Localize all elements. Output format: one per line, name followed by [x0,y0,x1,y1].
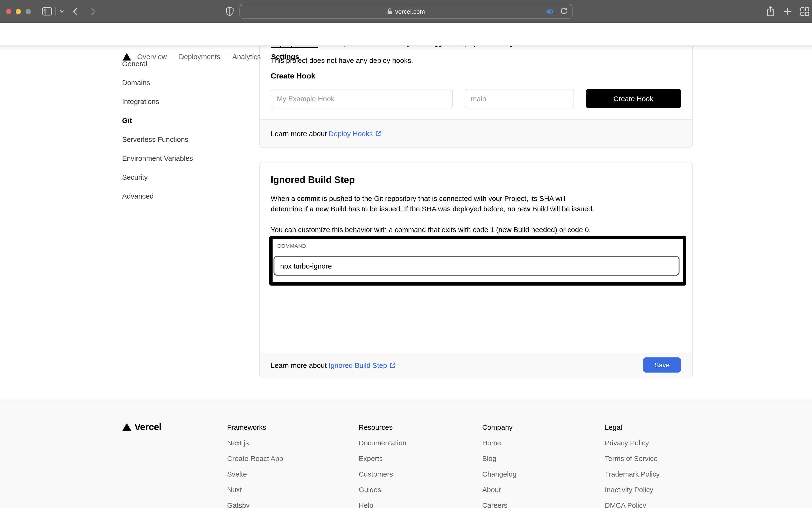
minimize-window-button[interactable] [15,9,21,14]
tab-overview-icon[interactable] [800,0,809,23]
tab-deployments[interactable]: Deployments [179,53,220,60]
external-link-icon [389,362,396,368]
footer-link[interactable]: DMCA Policy [605,501,660,508]
footer-column-title: Resources [359,423,407,432]
zoom-window-button[interactable] [26,9,31,14]
ibs-description-line1: When a commit is pushed to the Git repos… [271,194,566,204]
tab-settings[interactable]: Settings [271,53,299,60]
sidebar-item-serverless-functions[interactable]: Serverless Functions [122,135,193,144]
footer-link[interactable]: Blog [482,454,516,463]
lock-icon [387,8,392,15]
sidebar-item-git[interactable]: Git [122,116,193,125]
vercel-logo-icon [122,423,131,431]
footer-column-legal: Legal Privacy Policy Terms of Service Tr… [605,423,660,508]
new-tab-icon[interactable] [783,0,791,23]
create-hook-button[interactable]: Create Hook [586,89,681,108]
tab-overview[interactable]: Overview [137,53,167,60]
footer-link[interactable]: Documentation [359,438,407,448]
deploy-hooks-link[interactable]: Deploy Hooks [328,130,381,137]
footer-column-company: Company Home Blog Changelog About Career… [482,423,516,508]
privacy-shield-icon[interactable] [225,0,234,23]
url-text: vercel.com [395,8,425,15]
footer-link[interactable]: Create React App [227,454,283,463]
ibs-description-line2: determine if a new Build has to be issue… [271,204,594,214]
footer-link[interactable]: Trademark Policy [605,469,660,479]
footer-column-resources: Resources Documentation Experts Customer… [359,423,407,508]
footer-link[interactable]: Customers [359,469,407,479]
close-window-button[interactable] [6,9,11,14]
sidebar-item-general[interactable]: General [122,59,193,69]
site-footer: Vercel Frameworks Next.js Create React A… [0,400,812,508]
footer-link[interactable]: Svelte [227,469,283,479]
footer-column-title: Company [482,423,516,432]
sidebar-item-advanced[interactable]: Advanced [122,192,193,201]
footer-link[interactable]: Home [482,438,516,448]
project-nav: Overview Deployments Analytics Settings [0,23,812,46]
sidebar-item-security[interactable]: Security [122,173,193,182]
footer-column-title: Frameworks [227,423,283,432]
reload-icon[interactable] [560,4,567,18]
ignored-build-step-link[interactable]: Ignored Build Step [328,361,396,369]
safari-window: vercel.com [0,0,812,508]
footer-link[interactable]: About [482,485,516,495]
footer-link[interactable]: Terms of Service [605,454,660,463]
footer-link[interactable]: Gatsby [227,501,283,508]
footer-link[interactable]: Changelog [482,469,516,479]
sidebar-toggle-icon[interactable] [41,0,53,23]
deploy-hooks-card-footer: Learn more about Deploy Hooks [260,119,692,147]
settings-sidebar: General Domains Integrations Git Serverl… [122,59,193,210]
footer-brand[interactable]: Vercel [122,422,161,433]
address-bar[interactable]: vercel.com [239,4,573,19]
create-hook-heading: Create Hook [271,72,315,80]
footer-link[interactable]: Careers [482,501,516,508]
forward-button[interactable] [90,0,96,23]
toolbar-divider [55,7,56,15]
footer-link[interactable]: Next.js [227,438,283,448]
sidebar-item-integrations[interactable]: Integrations [122,97,193,107]
ibs-description-line3: You can customize this behavior with a c… [271,224,591,235]
footer-link[interactable]: Experts [359,454,407,463]
back-button[interactable] [72,0,79,23]
command-label: COMMAND [277,243,306,249]
hook-name-input[interactable] [271,89,453,108]
footer-link[interactable]: Guides [359,485,407,495]
audio-playing-icon[interactable] [546,4,554,18]
ignored-build-step-card-footer: Learn more about Ignored Build Step Save [260,352,692,378]
sidebar-item-environment-variables[interactable]: Environment Variables [122,154,193,163]
ignored-build-step-heading: Ignored Build Step [271,173,355,186]
command-highlight-box: COMMAND [269,236,686,286]
hook-branch-input[interactable] [465,89,574,108]
ignored-build-step-card: Ignored Build Step When a commit is push… [259,162,693,378]
tab-analytics[interactable]: Analytics [232,53,261,60]
footer-link[interactable]: Nuxt [227,485,283,495]
external-link-icon [375,130,381,137]
sidebar-chevron-down-icon[interactable] [59,0,64,23]
vercel-logo-icon[interactable] [123,53,131,60]
scroll-shadow [0,46,812,51]
share-icon[interactable] [766,0,775,23]
command-input[interactable] [273,256,680,276]
footer-link[interactable]: Privacy Policy [605,438,660,448]
sidebar-item-domains[interactable]: Domains [122,78,193,87]
footer-link[interactable]: Inactivity Policy [605,485,660,495]
footer-column-frameworks: Frameworks Next.js Create React App Svel… [227,423,283,508]
browser-toolbar: vercel.com [0,0,812,23]
footer-link[interactable]: Help [359,501,407,508]
save-button[interactable]: Save [643,357,681,373]
footer-brand-name: Vercel [134,422,161,433]
footer-column-title: Legal [605,423,660,432]
